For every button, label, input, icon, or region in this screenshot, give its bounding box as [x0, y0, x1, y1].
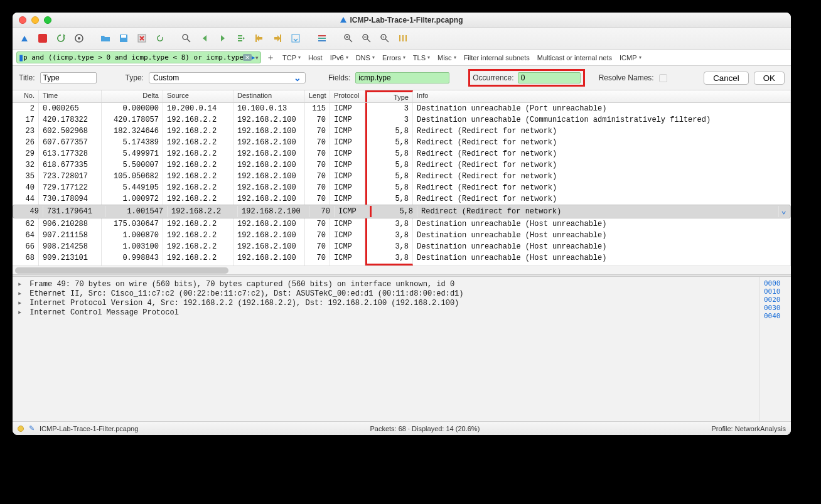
svg-rect-3 [121, 35, 126, 38]
app-window: ICMP-Lab-Trace-1-Filter.pcapng 1 ▮ [13, 13, 791, 435]
col-source[interactable]: Source [163, 90, 233, 102]
start-capture-button[interactable] [16, 30, 33, 46]
occurrence-input[interactable] [518, 72, 581, 83]
tree-row[interactable]: ▸ Internet Control Message Protocol [18, 308, 754, 317]
horizontal-scrollbar[interactable] [13, 265, 791, 274]
resolve-names-label: Resolve Names: [599, 73, 654, 82]
filter-btn-ipv6[interactable]: IPv6▾ [328, 54, 351, 62]
table-row[interactable]: 64907.2111581.000870192.168.2.2192.168.2… [13, 230, 791, 241]
col-time[interactable]: Time [39, 90, 102, 102]
save-file-button[interactable] [115, 30, 132, 46]
table-row[interactable]: 23602.502968182.324646192.168.2.2192.168… [13, 126, 791, 137]
filter-btn-dns[interactable]: DNS▾ [353, 54, 377, 62]
tree-row[interactable]: ▸ Ethernet II, Src: Cisco_11:c7:c2 (00:2… [18, 289, 754, 298]
zoom-reset-button[interactable]: 1 [377, 30, 393, 46]
col-delta[interactable]: Delta [102, 90, 163, 102]
table-row[interactable]: 68909.2131010.998843192.168.2.2192.168.2… [13, 252, 791, 265]
col-no[interactable]: No. [13, 90, 39, 102]
filter-btn-errors[interactable]: Errors▾ [380, 54, 408, 62]
zoom-in-button[interactable] [340, 30, 357, 46]
auto-scroll-button[interactable] [287, 30, 304, 46]
table-row[interactable]: 29613.1773285.499971192.168.2.2192.168.2… [13, 148, 791, 159]
display-filter-input[interactable] [23, 53, 243, 62]
col-length[interactable]: Lengt [305, 90, 330, 102]
expert-info-icon[interactable] [18, 426, 24, 432]
col-protocol[interactable]: Protocol [330, 90, 365, 102]
filter-btn-misc[interactable]: Misc▾ [435, 54, 459, 62]
packet-list-body[interactable]: 20.0002650.00000010.200.0.1410.100.0.131… [13, 103, 791, 265]
table-row[interactable]: 62906.210288175.030647192.168.2.2192.168… [13, 218, 791, 230]
type-select[interactable]: Custom [149, 72, 306, 83]
zoom-out-button[interactable] [358, 30, 375, 46]
edit-capture-icon[interactable]: ✎ [29, 424, 35, 432]
stop-capture-button[interactable] [35, 30, 51, 46]
details-pane: ▸ Frame 49: 70 bytes on wire (560 bits),… [13, 277, 791, 421]
resize-columns-button[interactable] [395, 30, 411, 46]
clear-filter-icon[interactable]: ✕ [243, 54, 252, 61]
reload-file-button[interactable] [152, 30, 168, 46]
hex-offset: 0000 [764, 279, 787, 287]
hex-offset: 0040 [764, 312, 787, 320]
history-chevron-icon[interactable]: ▾ [255, 55, 259, 61]
svg-text:1: 1 [382, 35, 385, 39]
filter-btn-multicast[interactable]: Multicast or internal nets [535, 54, 614, 62]
column-editor: Title: Type: Custom Fields: Occurrence: … [13, 66, 791, 90]
svg-point-5 [183, 35, 188, 40]
status-bar: ✎ ICMP-Lab-Trace-1-Filter.pcapng Packets… [13, 421, 791, 435]
colorize-button[interactable] [314, 30, 330, 46]
go-last-button[interactable] [269, 30, 286, 46]
occurrence-label: Occurrence: [473, 73, 513, 82]
tree-row[interactable]: ▸ Frame 49: 70 bytes on wire (560 bits),… [18, 279, 754, 289]
add-filter-button[interactable]: ＋ [264, 52, 277, 63]
cancel-button[interactable]: Cancel [704, 72, 749, 85]
display-filter-bar: ▮ ✕ ▸ ▾ ＋ TCP▾ Host IPv6▾ DNS▾ Errors▾ T… [13, 50, 791, 66]
hex-offset: 0020 [764, 296, 787, 304]
close-file-button[interactable] [134, 30, 150, 46]
wireshark-fin-icon [340, 17, 346, 23]
table-row[interactable]: 44730.1780941.000972192.168.2.2192.168.2… [13, 193, 791, 205]
status-profile[interactable]: Profile: NetworkAnalysis [711, 425, 786, 432]
go-back-button[interactable] [196, 30, 213, 46]
capture-options-button[interactable] [71, 30, 87, 46]
col-info[interactable]: Info [413, 90, 791, 102]
packet-tree[interactable]: ▸ Frame 49: 70 bytes on wire (560 bits),… [13, 277, 759, 421]
col-type[interactable]: Type [365, 90, 413, 102]
table-row[interactable]: 66908.2142581.003100192.168.2.2192.168.2… [13, 241, 791, 252]
filter-btn-host[interactable]: Host [306, 54, 325, 62]
main-toolbar: 1 [13, 28, 791, 50]
open-file-button[interactable] [97, 30, 114, 46]
filter-btn-tls[interactable]: TLS▾ [410, 54, 432, 62]
table-row[interactable]: 40729.1771225.449105192.168.2.2192.168.2… [13, 182, 791, 193]
filter-btn-tcp[interactable]: TCP▾ [280, 54, 303, 62]
table-row[interactable]: 26607.6773575.174389192.168.2.2192.168.2… [13, 137, 791, 148]
svg-point-1 [78, 37, 80, 40]
go-first-button[interactable] [251, 30, 267, 46]
svg-rect-8 [318, 38, 326, 39]
table-row[interactable]: 17420.178322420.178057192.168.2.2192.168… [13, 114, 791, 126]
window-title: ICMP-Lab-Trace-1-Filter.pcapng [13, 16, 791, 24]
status-file: ICMP-Lab-Trace-1-Filter.pcapng [40, 425, 138, 432]
table-row[interactable]: 49731.1796411.001547192.168.2.2192.168.2… [13, 205, 791, 218]
titlebar: ICMP-Lab-Trace-1-Filter.pcapng [13, 13, 791, 28]
filter-btn-icmp[interactable]: ICMP▾ [617, 54, 644, 62]
table-row[interactable]: 20.0002650.00000010.200.0.1410.100.0.131… [13, 103, 791, 114]
tree-row[interactable]: ▸ Internet Protocol Version 4, Src: 192.… [18, 298, 754, 308]
go-to-packet-button[interactable] [233, 30, 249, 46]
packet-list-header: No. Time Delta Source Destination Lengt … [13, 90, 791, 103]
filter-btn-internal[interactable]: Filter internal subnets [461, 54, 532, 62]
resolve-names-checkbox [659, 74, 667, 82]
title-text: ICMP-Lab-Trace-1-Filter.pcapng [350, 16, 463, 24]
table-row[interactable]: 32618.6773355.500007192.168.2.2192.168.2… [13, 159, 791, 171]
bookmark-icon[interactable]: ▮ [19, 53, 23, 62]
fields-input[interactable] [355, 72, 449, 83]
type-label: Type: [126, 73, 144, 82]
col-destination[interactable]: Destination [233, 90, 305, 102]
display-filter-wrap: ▮ ✕ ▸ ▾ [16, 51, 261, 63]
restart-capture-button[interactable] [53, 30, 69, 46]
ok-button[interactable]: OK [754, 72, 785, 85]
hex-offsets: 00000010002000300040 [759, 277, 791, 421]
table-row[interactable]: 35723.728017105.050682192.168.2.2192.168… [13, 171, 791, 182]
go-forward-button[interactable] [215, 30, 231, 46]
title-input[interactable] [40, 72, 97, 83]
find-button[interactable] [178, 30, 195, 46]
